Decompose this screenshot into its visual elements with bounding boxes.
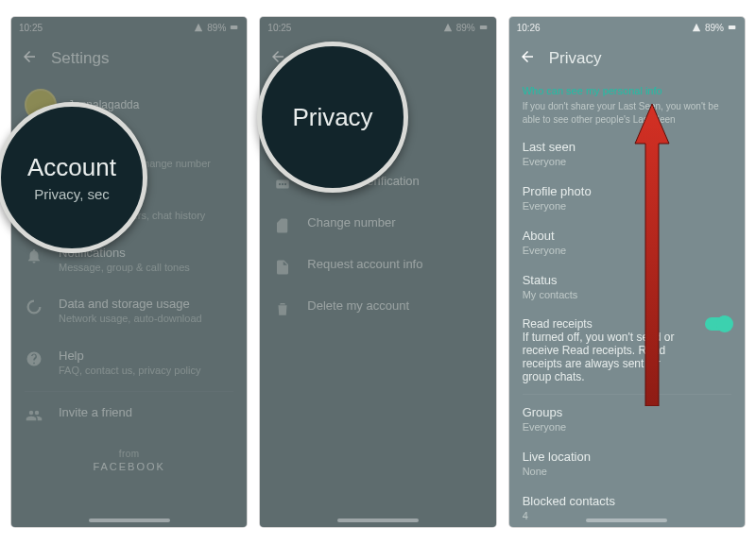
privacy-screen: 10:26 89% Privacy Who can see my persona… (509, 17, 745, 527)
status-time: 10:26 (517, 23, 541, 33)
sim-icon (273, 215, 292, 234)
section-heading: Who can see my personal info (523, 85, 731, 96)
privacy-item-status[interactable]: Status My contacts (509, 264, 745, 309)
divider (523, 394, 731, 395)
settings-screen: 10:25 89% Settings Jonnalagadda AccountP… (11, 17, 247, 527)
page-title: Privacy (549, 49, 602, 68)
privacy-header: Privacy (509, 38, 745, 79)
badge-title: Privacy (292, 103, 372, 132)
status-bar: 10:25 89% (11, 17, 247, 38)
privacy-item-groups[interactable]: Groups Everyone (509, 397, 745, 441)
people-icon (25, 405, 43, 424)
bell-icon (25, 246, 43, 264)
privacy-item-last-seen[interactable]: Last seen Everyone (509, 131, 745, 176)
read-receipts-toggle[interactable] (705, 317, 731, 331)
svg-rect-6 (729, 26, 736, 29)
status-indicators: 89% (194, 23, 239, 33)
from-label: from FACEBOOK (11, 449, 247, 472)
settings-item-invite[interactable]: Invite a friend (11, 394, 247, 435)
callout-badge-privacy: Privacy (257, 42, 408, 193)
status-indicators: 89% (692, 23, 737, 33)
settings-header: Settings (11, 38, 247, 79)
data-usage-icon (25, 297, 43, 315)
svg-point-4 (282, 183, 284, 185)
status-indicators: 89% (443, 23, 489, 33)
status-bar: 10:26 89% (509, 17, 745, 38)
svg-rect-1 (479, 26, 486, 29)
privacy-item-read-receipts[interactable]: Read receipts If turned off, you won't s… (509, 309, 745, 392)
status-time: 10:25 (19, 23, 43, 33)
privacy-item-about[interactable]: About Everyone (509, 220, 745, 264)
callout-badge-account: Account Privacy, sec (0, 102, 147, 253)
gesture-bar (337, 518, 419, 522)
svg-point-5 (284, 183, 286, 185)
gesture-bar (89, 518, 170, 522)
svg-rect-0 (231, 26, 238, 29)
settings-item-data[interactable]: Data and storage usageNetwork usage, aut… (11, 285, 247, 337)
account-item-request-info[interactable]: Request account info (260, 246, 495, 287)
trash-icon (273, 298, 292, 317)
page-title: Settings (51, 49, 109, 68)
document-icon (273, 257, 292, 276)
facebook-brand: FACEBOOK (11, 461, 247, 472)
svg-point-3 (279, 183, 281, 185)
back-arrow-icon[interactable] (519, 48, 536, 70)
badge-sub: Privacy, sec (34, 186, 110, 202)
status-bar: 10:25 89% (260, 17, 495, 38)
help-icon (25, 348, 43, 367)
privacy-item-profile-photo[interactable]: Profile photo Everyone (509, 176, 745, 220)
account-item-change-number[interactable]: Change number (260, 204, 495, 246)
divider (25, 391, 233, 392)
back-arrow-icon[interactable] (21, 48, 38, 70)
badge-title: Account (27, 153, 116, 182)
status-time: 10:25 (267, 23, 291, 33)
privacy-item-live-location[interactable]: Live location None (509, 441, 745, 485)
settings-item-help[interactable]: HelpFAQ, contact us, privacy policy (11, 337, 247, 389)
account-item-delete[interactable]: Delete my account (260, 287, 495, 329)
section-description: If you don't share your Last Seen, you w… (523, 100, 731, 126)
section-personal-info: Who can see my personal info If you don'… (509, 79, 745, 131)
gesture-bar (586, 518, 667, 522)
